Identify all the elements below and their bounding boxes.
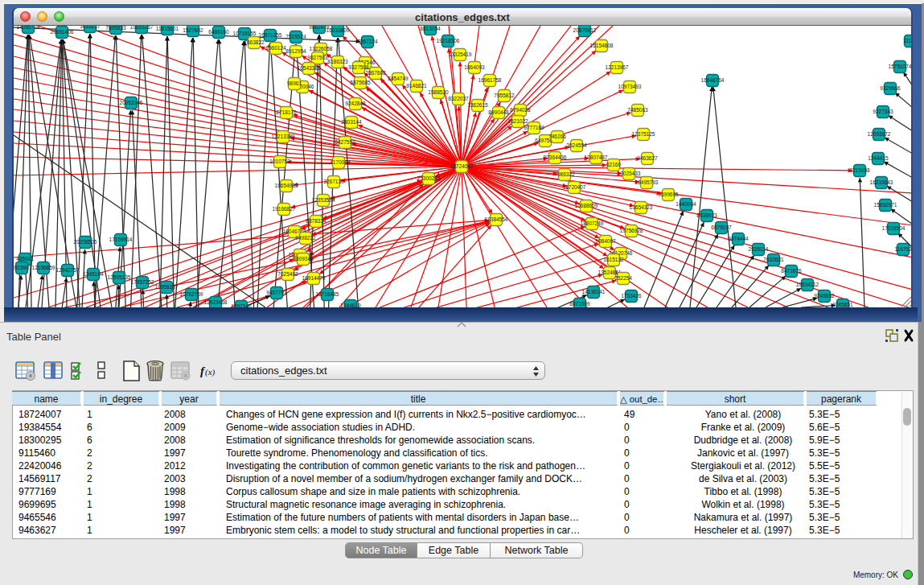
svg-text:15720407: 15720407: [563, 184, 586, 190]
svg-text:16654983: 16654983: [275, 183, 298, 188]
svg-text:10973493: 10973493: [618, 84, 642, 89]
svg-text:1733426: 1733426: [621, 293, 642, 299]
svg-text:1044619: 1044619: [340, 303, 361, 307]
svg-text:9146821: 9146821: [406, 83, 427, 89]
svg-text:1527602: 1527602: [183, 27, 203, 33]
svg-text:3624554: 3624554: [566, 142, 587, 148]
svg-text:3267130: 3267130: [323, 179, 344, 184]
svg-text:8322037: 8322037: [448, 96, 469, 101]
svg-text:25300215: 25300215: [417, 175, 441, 181]
svg-text:8990448: 8990448: [488, 109, 509, 115]
svg-text:2867608: 2867608: [365, 70, 386, 76]
svg-text:9457791: 9457791: [266, 290, 287, 295]
svg-text:9329966: 9329966: [880, 85, 901, 91]
svg-text:6466160: 6466160: [208, 29, 229, 35]
svg-text:8186323: 8186323: [327, 59, 348, 64]
svg-text:116753: 116753: [894, 246, 911, 252]
svg-text:9827503: 9827503: [307, 55, 328, 60]
svg-text:8813054: 8813054: [420, 26, 441, 31]
svg-text:435001: 435001: [16, 256, 34, 262]
svg-text:10688609: 10688609: [575, 203, 598, 208]
svg-text:12375125: 12375125: [632, 131, 655, 137]
svg-text:8878334: 8878334: [306, 218, 326, 224]
svg-text:19218506: 19218506: [437, 38, 460, 43]
svg-text:1345194: 1345194: [83, 271, 104, 277]
svg-text:10719155: 10719155: [233, 31, 257, 36]
svg-text:19166827: 19166827: [273, 206, 296, 212]
svg-text:7632621: 7632621: [763, 257, 784, 262]
svg-text:9084067: 9084067: [595, 238, 616, 244]
svg-text:12156859: 12156859: [32, 265, 55, 270]
svg-text:252254: 252254: [614, 275, 632, 281]
svg-text:18495793: 18495793: [635, 179, 659, 185]
svg-text:3915901: 3915901: [14, 265, 32, 270]
svg-text:2718176: 2718176: [276, 109, 297, 115]
svg-text:9327508: 9327508: [348, 64, 369, 70]
svg-text:1588520: 1588520: [428, 89, 449, 95]
svg-text:8454749: 8454749: [388, 76, 409, 81]
svg-text:9699695: 9699695: [658, 192, 679, 197]
svg-text:746266: 746266: [548, 134, 566, 139]
svg-text:9463627: 9463627: [637, 155, 658, 161]
svg-text:9245652: 9245652: [814, 293, 835, 299]
svg-text:10025433: 10025433: [618, 171, 641, 176]
svg-text:12942757: 12942757: [56, 267, 80, 273]
svg-text:417004: 417004: [330, 159, 347, 165]
svg-text:9777169: 9777169: [524, 125, 544, 130]
svg-text:9245651: 9245651: [832, 302, 853, 307]
svg-text:98961: 98961: [287, 80, 302, 86]
svg-text:12923468: 12923468: [204, 299, 228, 305]
svg-text:7857224: 7857224: [357, 39, 378, 44]
svg-text:7663822: 7663822: [244, 39, 265, 45]
svg-text:12093872: 12093872: [868, 131, 891, 137]
svg-text:8471676: 8471676: [781, 268, 802, 274]
svg-text:20876812: 20876812: [573, 27, 597, 33]
svg-text:9227343: 9227343: [873, 109, 893, 114]
svg-text:16033809: 16033809: [326, 27, 350, 33]
svg-text:6879197: 6879197: [711, 225, 732, 230]
svg-text:(x): (x): [205, 367, 216, 377]
svg-text:6794028: 6794028: [510, 107, 531, 113]
svg-text:7895833: 7895833: [105, 26, 126, 31]
svg-text:1244415: 1244415: [868, 155, 889, 161]
svg-text:16961758: 16961758: [478, 77, 502, 83]
svg-text:17957252: 17957252: [131, 279, 154, 285]
svg-text:19756928: 19756928: [620, 228, 643, 233]
svg-text:7485063: 7485063: [627, 107, 648, 113]
svg-text:20053346: 20053346: [120, 100, 143, 105]
svg-text:8938923: 8938923: [696, 212, 717, 218]
svg-text:10653267: 10653267: [130, 26, 154, 30]
svg-text:16210643: 16210643: [870, 179, 893, 185]
svg-text:12353594: 12353594: [312, 197, 335, 203]
svg-text:8427552: 8427552: [335, 139, 355, 145]
svg-text:14055724: 14055724: [17, 26, 40, 30]
svg-text:12505135: 12505135: [108, 274, 131, 280]
svg-text:9242848: 9242848: [345, 101, 366, 106]
svg-text:20691406: 20691406: [51, 29, 74, 35]
svg-text:8960124: 8960124: [265, 45, 286, 51]
svg-text:2935114: 2935114: [749, 246, 769, 252]
svg-text:17016504: 17016504: [882, 225, 906, 231]
svg-text:10958107: 10958107: [155, 284, 179, 290]
svg-text:14136141: 14136141: [582, 289, 606, 295]
svg-text:12213389: 12213389: [272, 134, 295, 139]
svg-text:11815601: 11815601: [156, 26, 179, 31]
svg-text:7515524: 7515524: [285, 34, 306, 39]
svg-text:7955812: 7955812: [494, 93, 515, 98]
svg-text:18724007: 18724007: [450, 163, 474, 169]
svg-text:1440954: 1440954: [676, 201, 696, 207]
svg-text:13654323: 13654323: [630, 204, 653, 210]
svg-text:19384554: 19384554: [485, 216, 508, 222]
svg-text:16571355: 16571355: [259, 32, 282, 38]
svg-text:13325419: 13325419: [449, 51, 472, 57]
svg-text:20364436: 20364436: [544, 154, 567, 160]
svg-text:17159914: 17159914: [109, 237, 133, 242]
svg-text:9498222: 9498222: [295, 235, 316, 241]
svg-text:1010753: 1010753: [269, 159, 290, 164]
svg-text:1035217: 1035217: [80, 26, 101, 29]
svg-text:16154808: 16154808: [590, 43, 614, 48]
svg-text:13226058: 13226058: [310, 46, 333, 51]
svg-text:15692971: 15692971: [874, 202, 897, 208]
svg-text:9609348: 9609348: [293, 256, 314, 262]
svg-text:1362615: 1362615: [467, 102, 488, 108]
